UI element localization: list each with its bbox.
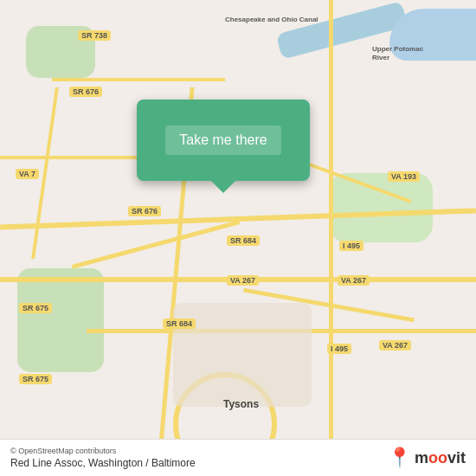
road-label-sr684a: SR 684	[227, 235, 260, 246]
moovit-logo: 📍 moovit	[388, 447, 466, 469]
bottom-left-info: © OpenStreetMap contributors Red Line As…	[10, 447, 196, 469]
popup-arrow	[211, 181, 235, 193]
road-label-va193: VA 193	[388, 171, 420, 182]
location-info: Red Line Assoc, Washington / Baltimore	[10, 457, 196, 469]
map-container: SR 738 SR 676 VA 7 SR 676 SR 684 SR 675 …	[0, 0, 476, 476]
road-label-sr676b: SR 676	[128, 206, 161, 216]
bottom-bar: © OpenStreetMap contributors Red Line As…	[0, 439, 476, 476]
road-label-va267c: VA 267	[379, 340, 411, 351]
green-area-bottom-left	[17, 268, 104, 372]
take-me-there-button[interactable]: Take me there	[165, 125, 280, 155]
green-area-right	[329, 173, 433, 242]
road-label-i495a: I 495	[339, 241, 363, 251]
road-horizontal-5	[0, 156, 156, 159]
road-label-sr675b: SR 675	[19, 374, 52, 384]
road-label-va7: VA 7	[16, 169, 39, 179]
moovit-pin-icon: 📍	[388, 447, 411, 469]
moovit-brand-text: moovit	[415, 449, 466, 467]
road-label-sr684b: SR 684	[163, 318, 196, 329]
road-vertical-2	[329, 0, 333, 476]
location-name: Red Line Assoc	[10, 457, 82, 469]
road-label-sr738: SR 738	[78, 30, 111, 41]
attribution-text: © OpenStreetMap contributors	[10, 447, 196, 455]
popup-card: Take me there	[137, 100, 310, 181]
river-water	[389, 9, 476, 61]
road-label-va267b: VA 267	[338, 275, 370, 286]
road-horizontal-4	[52, 78, 225, 81]
region-name: Washington / Baltimore	[88, 457, 196, 469]
road-label-sr676a: SR 676	[69, 87, 102, 97]
road-label-va267a: VA 267	[227, 275, 259, 286]
road-label-sr675: SR 675	[19, 303, 52, 313]
road-label-i495b: I 495	[327, 344, 351, 354]
